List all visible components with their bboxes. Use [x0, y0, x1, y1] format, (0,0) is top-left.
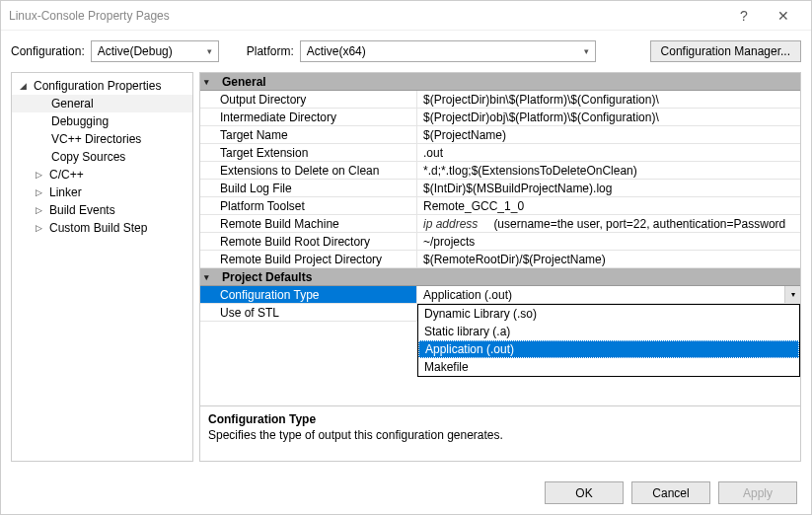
chevron-down-icon: ▾ — [204, 77, 216, 87]
dropdown-option[interactable]: Makefile — [418, 358, 799, 376]
close-button[interactable]: ✕ — [764, 8, 803, 24]
dropdown-button[interactable]: ▾ — [784, 286, 800, 303]
expand-icon[interactable]: ▷ — [36, 187, 45, 197]
platform-combo[interactable]: Active(x64) ▾ — [300, 40, 596, 62]
prop-target-name[interactable]: Target Name$(ProjectName) — [200, 126, 800, 144]
configuration-combo[interactable]: Active(Debug) ▾ — [91, 40, 219, 62]
prop-target-extension[interactable]: Target Extension.out — [200, 144, 800, 162]
prop-configuration-type[interactable]: Configuration Type Application (.out) ▾ — [200, 286, 800, 304]
prop-platform-toolset[interactable]: Platform ToolsetRemote_GCC_1_0 — [200, 197, 800, 215]
platform-label: Platform: — [247, 44, 294, 58]
tree-item-custom-build-step[interactable]: ▷Custom Build Step — [12, 219, 192, 237]
collapse-icon[interactable]: ◢ — [20, 81, 30, 91]
configuration-value: Active(Debug) — [98, 44, 173, 58]
description-panel: Configuration Type Specifies the type of… — [200, 405, 800, 461]
tree-item-build-events[interactable]: ▷Build Events — [12, 201, 192, 219]
prop-build-log-file[interactable]: Build Log File$(IntDir)$(MSBuildProjectN… — [200, 180, 800, 197]
help-button[interactable]: ? — [724, 8, 764, 24]
prop-remote-build-project[interactable]: Remote Build Project Directory$(RemoteRo… — [200, 251, 800, 268]
main-area: ◢ Configuration Properties General Debug… — [1, 72, 811, 472]
tree-item-general[interactable]: General — [12, 95, 192, 112]
configuration-type-dropdown[interactable]: Dynamic Library (.so) Static library (.a… — [417, 304, 800, 377]
prop-remote-build-root[interactable]: Remote Build Root Directory~/projects — [200, 233, 800, 251]
expand-icon[interactable]: ▷ — [36, 205, 45, 215]
tree-item-ccpp[interactable]: ▷C/C++ — [12, 166, 192, 184]
tree-item-copy-sources[interactable]: Copy Sources — [12, 148, 192, 166]
window-title: Linux-Console Property Pages — [9, 9, 724, 23]
description-title: Configuration Type — [208, 412, 792, 426]
property-grid: ▾ General Output Directory$(ProjectDir)b… — [200, 73, 800, 405]
chevron-down-icon: ▾ — [207, 46, 212, 56]
ok-button[interactable]: OK — [545, 481, 624, 504]
section-general[interactable]: ▾ General — [200, 73, 800, 91]
titlebar: Linux-Console Property Pages ? ✕ — [1, 1, 811, 31]
dialog-buttons: OK Cancel Apply — [1, 472, 811, 514]
dropdown-option[interactable]: Static library (.a) — [418, 323, 799, 340]
cancel-button[interactable]: Cancel — [631, 481, 710, 504]
chevron-down-icon: ▾ — [584, 46, 589, 56]
expand-icon[interactable]: ▷ — [36, 223, 45, 233]
prop-remote-build-machine[interactable]: Remote Build Machineip address(username=… — [200, 215, 800, 233]
dropdown-option[interactable]: Application (.out) — [418, 340, 799, 358]
tree-item-debugging[interactable]: Debugging — [12, 112, 192, 130]
prop-output-directory[interactable]: Output Directory$(ProjectDir)bin\$(Platf… — [200, 91, 800, 109]
prop-intermediate-directory[interactable]: Intermediate Directory$(ProjectDir)obj\$… — [200, 109, 800, 126]
platform-value: Active(x64) — [307, 44, 366, 58]
configuration-manager-button[interactable]: Configuration Manager... — [650, 40, 801, 62]
dropdown-option[interactable]: Dynamic Library (.so) — [418, 305, 799, 323]
configuration-label: Configuration: — [11, 44, 85, 58]
apply-button[interactable]: Apply — [718, 481, 797, 504]
tree-item-vcpp-directories[interactable]: VC++ Directories — [12, 130, 192, 148]
tree-item-linker[interactable]: ▷Linker — [12, 184, 192, 201]
expand-icon[interactable]: ▷ — [36, 170, 45, 180]
dialog-window: Linux-Console Property Pages ? ✕ Configu… — [0, 0, 812, 515]
config-toolbar: Configuration: Active(Debug) ▾ Platform:… — [1, 31, 811, 72]
prop-extensions-clean[interactable]: Extensions to Delete on Clean*.d;*.tlog;… — [200, 162, 800, 180]
chevron-down-icon: ▾ — [204, 272, 216, 282]
right-panel: ▾ General Output Directory$(ProjectDir)b… — [199, 72, 801, 462]
tree-root[interactable]: ◢ Configuration Properties — [12, 77, 192, 95]
nav-tree[interactable]: ◢ Configuration Properties General Debug… — [11, 72, 193, 462]
description-text: Specifies the type of output this config… — [208, 428, 792, 442]
section-project-defaults[interactable]: ▾ Project Defaults — [200, 268, 800, 286]
